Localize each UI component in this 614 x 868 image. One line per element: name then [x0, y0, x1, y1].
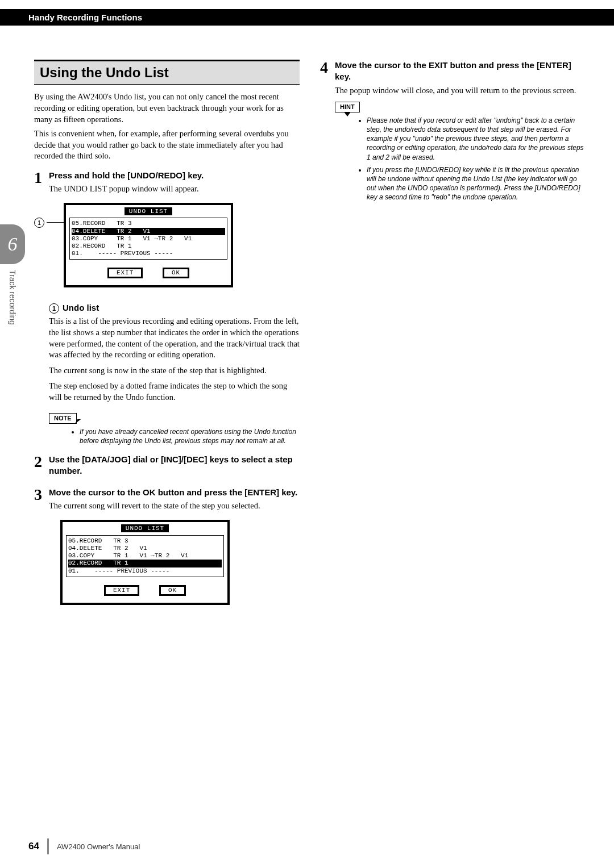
step-2: 2 Use the [DATA/JOG] dial or [INC]/[DEC]… — [34, 454, 300, 479]
exit-button[interactable]: EXIT — [104, 585, 139, 596]
undo-list-row[interactable]: 03.COPY TR 1 V1 →TR 2 V1 — [68, 552, 222, 560]
section-title: Using the Undo List — [34, 60, 300, 85]
note-badge: NOTE — [49, 413, 77, 424]
callout-1-para-1: This is a list of the previous recording… — [49, 316, 300, 360]
ok-button[interactable]: OK — [163, 268, 189, 278]
step-4-text: The popup window will close, and you wil… — [335, 85, 586, 97]
undo-list-row[interactable]: 05.RECORD TR 3 — [72, 220, 225, 227]
undo-list-rows-b: 05.RECORD TR 304.DELETE TR 2 V103.COPY T… — [66, 535, 224, 577]
callout-marker-1: 1 — [34, 218, 44, 228]
step-4: 4 Move the cursor to the EXIT button and… — [320, 60, 586, 96]
callout-line — [47, 222, 64, 223]
page-footer: 64 AW2400 Owner's Manual — [28, 838, 140, 854]
step-1: 1 Press and hold the [UNDO/REDO] key. Th… — [34, 170, 300, 195]
exit-button[interactable]: EXIT — [107, 268, 143, 278]
step-number: 1 — [34, 170, 49, 186]
hint-bullet-1: Please note that if you record or edit a… — [367, 116, 586, 162]
note-bullet-1: If you have already cancelled recent ope… — [80, 427, 300, 445]
undo-list-row[interactable]: 04.DELETE TR 2 V1 — [68, 545, 222, 552]
chapter-label: Track recording — [8, 270, 17, 325]
step-number: 3 — [34, 487, 49, 503]
step-1-title: Press and hold the [UNDO/REDO] key. — [49, 170, 300, 181]
undo-list-row[interactable]: 03.COPY TR 1 V1 →TR 2 V1 — [72, 235, 225, 243]
chapter-tab: 6 Track recording — [0, 224, 25, 325]
intro-para-1: By using the AW2400's Undo list, you can… — [34, 91, 300, 125]
step-3-text: The current song will revert to the stat… — [49, 500, 300, 512]
ok-button[interactable]: OK — [159, 585, 186, 596]
undo-list-row[interactable]: 01. ----- PREVIOUS ----- — [72, 250, 225, 257]
step-number: 2 — [34, 454, 49, 470]
step-4-title: Move the cursor to the EXIT button and p… — [335, 60, 586, 83]
undo-list-row[interactable]: 01. ----- PREVIOUS ----- — [68, 567, 222, 575]
undo-list-popup-a: UNDO LIST 05.RECORD TR 304.DELETE TR 2 V… — [64, 203, 233, 288]
step-1-text: The UNDO LIST popup window will appear. — [49, 183, 300, 195]
intro-para-2: This is convenient when, for example, af… — [34, 128, 300, 162]
manual-title: AW2400 Owner's Manual — [57, 842, 140, 851]
step-2-title: Use the [DATA/JOG] dial or [INC]/[DEC] k… — [49, 454, 300, 477]
callout-1-heading: 1Undo list — [49, 302, 300, 314]
undo-list-row[interactable]: 05.RECORD TR 3 — [68, 537, 222, 545]
page-number: 64 — [28, 841, 39, 852]
callout-1-para-2: The current song is now in the state of … — [49, 365, 300, 377]
lcd-title: UNDO LIST — [121, 524, 169, 532]
undo-list-row[interactable]: 04.DELETE TR 2 V1 — [72, 228, 225, 235]
undo-list-popup-b: UNDO LIST 05.RECORD TR 304.DELETE TR 2 V… — [60, 520, 230, 605]
undo-list-rows-a: 05.RECORD TR 304.DELETE TR 2 V103.COPY T… — [69, 218, 227, 260]
note-bullets: If you have already cancelled recent ope… — [57, 427, 300, 445]
left-column: Using the Undo List By using the AW2400'… — [34, 60, 300, 611]
callout-1-para-3: The step enclosed by a dotted frame indi… — [49, 381, 300, 403]
hint-bullets: Please note that if you record or edit a… — [344, 116, 586, 202]
step-3-title: Move the cursor to the OK button and pre… — [49, 487, 300, 498]
hint-bullet-2: If you press the [UNDO/REDO] key while i… — [367, 165, 586, 202]
right-column: 4 Move the cursor to the EXIT button and… — [320, 60, 586, 611]
step-3: 3 Move the cursor to the OK button and p… — [34, 487, 300, 512]
footer-divider — [47, 838, 49, 854]
chapter-number: 6 — [0, 224, 25, 264]
section-header: Handy Recording Functions — [0, 9, 614, 26]
undo-list-row[interactable]: 02.RECORD TR 1 — [68, 560, 222, 567]
step-number: 4 — [320, 60, 335, 76]
hint-badge: HINT — [335, 102, 360, 112]
undo-list-row[interactable]: 02.RECORD TR 1 — [72, 243, 225, 250]
lcd-title: UNDO LIST — [125, 207, 172, 215]
